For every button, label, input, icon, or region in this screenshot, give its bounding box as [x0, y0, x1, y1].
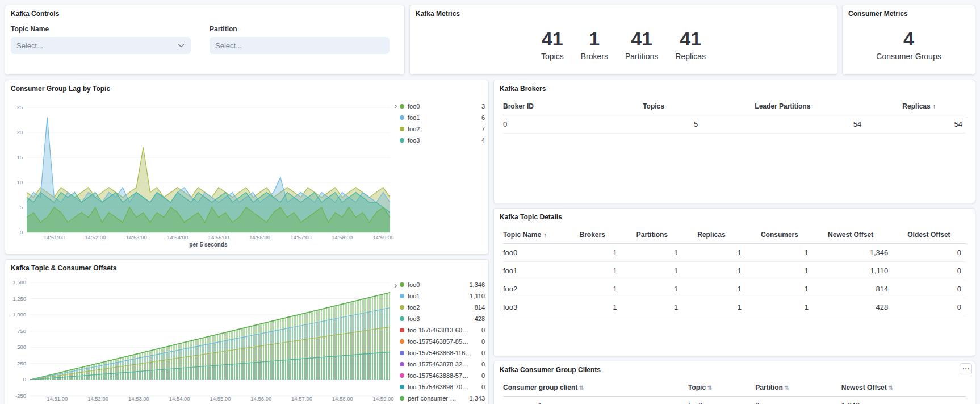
table-row: foo111111,1100 — [503, 262, 966, 280]
svg-text:15: 15 — [16, 154, 23, 160]
svg-text:14:57:00: 14:57:00 — [291, 395, 312, 402]
legend-series-value: 0 — [481, 361, 485, 368]
legend-item-foo-1575463878-32-[interactable]: foo-1575463878-32…0 — [400, 359, 485, 370]
partition-field: Partition Select... — [210, 25, 390, 54]
legend-series-value: 428 — [475, 315, 485, 322]
svg-text:14:58:00: 14:58:00 — [332, 395, 353, 402]
column-header-topics[interactable]: Topics — [643, 97, 755, 115]
legend-series-name: foo1 — [408, 293, 466, 299]
topic-name-select[interactable]: Select... — [11, 37, 191, 54]
legend-item-foo-1575463813-60-[interactable]: foo-1575463813-60…0 — [400, 324, 485, 336]
column-header-brokers[interactable]: Brokers — [579, 226, 636, 244]
legend-item-foo2[interactable]: foo27 — [400, 123, 485, 135]
legend-color-dot — [400, 104, 404, 109]
legend-item-foo0[interactable]: foo03 — [400, 101, 485, 112]
table-cell: 1 — [697, 262, 761, 280]
legend-series-value: 7 — [481, 126, 485, 132]
table-cell: 0 — [907, 262, 966, 280]
column-header-topic[interactable]: Topic⇅ — [688, 378, 755, 397]
topic-name-field: Topic Name Select... — [11, 25, 191, 54]
table-cell: foo0 — [688, 397, 755, 404]
svg-text:14:54:00: 14:54:00 — [169, 395, 190, 402]
table-cell: consumer-1 — [503, 397, 688, 404]
legend-item-foo-1575463888-57-[interactable]: foo-1575463888-57…0 — [400, 370, 485, 381]
column-header-consumers[interactable]: Consumers — [761, 226, 828, 244]
legend-item-perf-consumer-[interactable]: perf-consumer-…1,343 — [400, 393, 485, 404]
legend-series-name: foo0 — [408, 281, 466, 288]
column-header-partitions[interactable]: Partitions — [636, 226, 698, 244]
metric-value: 41 — [625, 29, 658, 48]
chevron-down-icon — [177, 41, 185, 49]
svg-text:1,500: 1,500 — [12, 279, 26, 285]
legend-color-dot — [400, 385, 404, 389]
topic-name-label: Topic Name — [11, 25, 191, 33]
legend-series-name: foo-1575463888-57… — [408, 372, 478, 379]
legend-color-dot — [400, 339, 404, 344]
legend-color-dot — [400, 138, 404, 143]
svg-text:0: 0 — [20, 229, 23, 235]
legend-item-foo3[interactable]: foo3428 — [400, 313, 485, 324]
svg-text:14:54:00: 14:54:00 — [167, 234, 188, 240]
legend-item-foo3[interactable]: foo34 — [400, 135, 485, 146]
legend-color-dot — [400, 305, 404, 310]
legend-series-value: 0 — [481, 349, 485, 356]
svg-text:0: 0 — [23, 376, 26, 382]
legend-item-foo1[interactable]: foo16 — [400, 112, 485, 123]
column-header-replicas[interactable]: Replicas — [697, 226, 761, 244]
table-cell: 1 — [636, 298, 698, 316]
panel-options-button[interactable]: ⋯ — [960, 363, 972, 374]
svg-text:14:55:00: 14:55:00 — [208, 234, 229, 240]
table-cell: 1 — [636, 262, 698, 280]
column-header-oldest-offset[interactable]: Oldest Offset — [907, 226, 966, 244]
legend-item-foo-1575463868-116-[interactable]: foo-1575463868-116…0 — [400, 347, 485, 359]
legend-item-foo1[interactable]: foo11,110 — [400, 290, 485, 302]
lag-chart-legend: foo03foo16foo27foo34 — [400, 101, 485, 146]
column-header-partition[interactable]: Partition⇅ — [755, 378, 841, 397]
svg-text:14:55:00: 14:55:00 — [210, 395, 231, 402]
panel-title: Consumer Metrics — [843, 5, 975, 20]
column-header-newest-offset[interactable]: Newest Offset⇅ — [841, 378, 966, 397]
legend-color-dot — [400, 328, 404, 332]
table-cell: 54 — [755, 115, 902, 134]
legend-item-foo-1575463857-85-[interactable]: foo-1575463857-85…0 — [400, 336, 485, 347]
column-header-newest-offset[interactable]: Newest Offset — [828, 226, 907, 244]
svg-text:5: 5 — [20, 204, 23, 210]
legend-collapse-icon[interactable]: › — [392, 281, 400, 290]
column-header-consumer-group-client[interactable]: Consumer group client⇅ — [503, 378, 688, 397]
metric-value: 41 — [675, 29, 706, 48]
column-header-leader-partitions[interactable]: Leader Partitions — [755, 97, 902, 115]
svg-text:14:53:00: 14:53:00 — [128, 395, 149, 402]
legend-series-name: foo-1575463868-116… — [408, 349, 478, 356]
legend-color-dot — [400, 115, 404, 120]
lag-chart[interactable]: 051015202514:51:0014:52:0014:53:0014:54:… — [6, 99, 398, 254]
legend-series-name: foo3 — [408, 137, 478, 144]
legend-item-foo-1575463898-70-[interactable]: foo-1575463898-70…0 — [400, 381, 485, 393]
svg-text:1,000: 1,000 — [12, 311, 26, 318]
legend-collapse-icon[interactable]: › — [392, 102, 400, 111]
metric-brokers: 1 Brokers — [581, 29, 608, 61]
table-cell: 1,110 — [828, 262, 907, 280]
legend-item-foo0[interactable]: foo01,346 — [400, 279, 485, 290]
column-header-broker-id[interactable]: Broker ID — [503, 97, 643, 115]
partition-select[interactable]: Select... — [210, 37, 390, 54]
metric-topics: 41 Topics — [541, 29, 564, 61]
svg-text:-250: -250 — [15, 393, 26, 399]
legend-series-value: 1,346 — [469, 281, 485, 288]
column-header-topic-name[interactable]: Topic Name↑ — [503, 226, 579, 244]
svg-text:14:51:00: 14:51:00 — [47, 395, 68, 402]
table-cell: 0 — [907, 244, 966, 262]
table-header-row: Broker IDTopicsLeader PartitionsReplicas… — [503, 97, 966, 115]
legend-series-value: 0 — [481, 338, 485, 345]
offsets-chart[interactable]: -25002505007501,0001,2501,50014:51:0014:… — [6, 277, 398, 404]
table-cell: foo2 — [503, 280, 579, 298]
controls-fields: Topic Name Select... Partition Select... — [5, 20, 404, 59]
table-cell: 1 — [761, 298, 828, 316]
table-cell: 1 — [761, 244, 828, 262]
svg-text:per 5 seconds: per 5 seconds — [189, 241, 228, 248]
column-header-replicas[interactable]: Replicas↑ — [902, 97, 966, 115]
table-cell: 1 — [697, 298, 761, 316]
legend-item-foo2[interactable]: foo2814 — [400, 302, 485, 313]
table-cell: 1 — [579, 262, 636, 280]
svg-text:20: 20 — [16, 129, 23, 135]
panel-kafka-topic-details: Kafka Topic Details Topic Name↑BrokersPa… — [493, 208, 975, 356]
